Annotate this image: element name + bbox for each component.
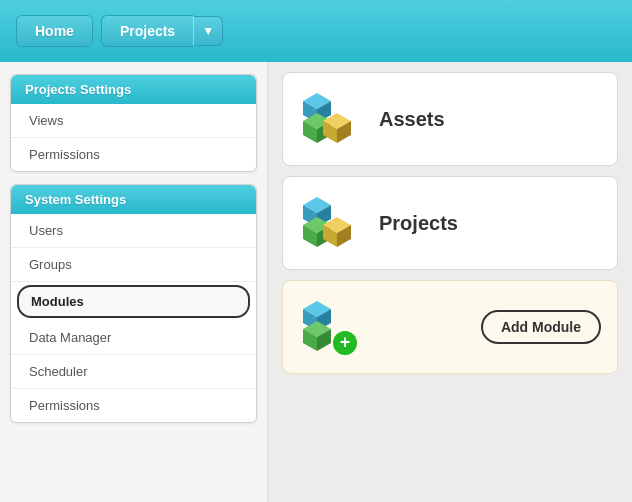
svg-text:+: + xyxy=(340,332,351,352)
projects-icon xyxy=(299,191,363,255)
system-settings-header: System Settings xyxy=(11,185,256,214)
add-module-icon: + xyxy=(299,295,363,359)
sidebar-item-permissions-projects[interactable]: Permissions xyxy=(11,138,256,171)
sidebar-item-views[interactable]: Views xyxy=(11,104,256,138)
projects-dropdown-button[interactable]: ▼ xyxy=(193,16,223,46)
main-layout: Projects Settings Views Permissions Syst… xyxy=(0,62,632,502)
projects-main-button[interactable]: Projects xyxy=(101,15,193,47)
projects-settings-header: Projects Settings xyxy=(11,75,256,104)
sidebar: Projects Settings Views Permissions Syst… xyxy=(0,62,268,502)
top-bar: Home Projects ▼ xyxy=(0,0,632,62)
projects-title: Projects xyxy=(379,212,458,235)
sidebar-item-permissions-system[interactable]: Permissions xyxy=(11,389,256,422)
assets-item[interactable]: Assets xyxy=(282,72,618,166)
sidebar-item-groups[interactable]: Groups xyxy=(11,248,256,282)
projects-settings-section: Projects Settings Views Permissions xyxy=(10,74,257,172)
projects-item[interactable]: Projects xyxy=(282,176,618,270)
home-button[interactable]: Home xyxy=(16,15,93,47)
add-module-button[interactable]: Add Module xyxy=(481,310,601,344)
system-settings-section: System Settings Users Groups Modules Dat… xyxy=(10,184,257,423)
content-area: Assets xyxy=(268,62,632,502)
sidebar-item-data-manager[interactable]: Data Manager xyxy=(11,321,256,355)
assets-icon xyxy=(299,87,363,151)
add-module-item: + Add Module xyxy=(282,280,618,374)
sidebar-item-modules[interactable]: Modules xyxy=(17,285,250,318)
projects-button-group: Projects ▼ xyxy=(101,15,223,47)
sidebar-item-users[interactable]: Users xyxy=(11,214,256,248)
sidebar-item-scheduler[interactable]: Scheduler xyxy=(11,355,256,389)
assets-title: Assets xyxy=(379,108,445,131)
